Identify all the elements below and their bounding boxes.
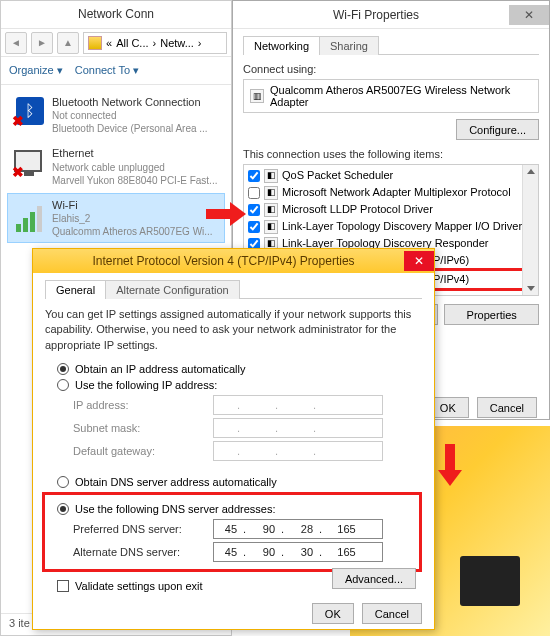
connections-list: ᛒ✖ Bluetooth Network Connection Not conn… [1,85,231,248]
item-lldp[interactable]: ◧Microsoft LLDP Protocol Driver [246,201,536,218]
radio-icon [57,363,69,375]
description-text: You can get IP settings assigned automat… [45,307,422,353]
connect-using-label: Connect using: [243,63,539,75]
cancel-button[interactable]: Cancel [477,397,537,418]
radio-icon [57,476,69,488]
up-button[interactable]: ▲ [57,32,79,54]
preferred-dns-label: Preferred DNS server: [73,523,213,535]
adapter-icon: ▥ [250,89,264,103]
gateway-field [213,441,383,461]
ip-address-label: IP address: [73,399,213,411]
ipv4-properties-window: Internet Protocol Version 4 (TCP/IPv4) P… [32,248,435,630]
scrollbar[interactable] [522,165,538,295]
conn-device: Qualcomm Atheros AR5007EG Wi... [52,225,213,238]
dns-highlight-box: Use the following DNS server addresses: … [42,492,422,572]
ethernet-icon: ✖ [14,146,46,178]
items-label: This connection uses the following items… [243,148,539,160]
item-label: Microsoft LLDP Protocol Driver [282,201,433,218]
radio-icon [57,503,69,515]
tab-networking[interactable]: Networking [243,36,320,55]
item-qos[interactable]: ◧QoS Packet Scheduler [246,167,536,184]
breadcrumb-chev2: › [198,37,202,49]
toolbar: Organize ▾ Connect To ▾ [1,57,231,85]
preferred-dns-field[interactable]: 459028165 [213,519,383,539]
protocol-icon: ◧ [264,220,278,234]
gateway-label: Default gateway: [73,445,213,457]
radio-label: Obtain DNS server address automatically [75,476,277,488]
checkbox[interactable] [248,187,260,199]
properties-button[interactable]: Properties [444,304,539,325]
breadcrumb-sep: « [106,37,112,49]
subnet-mask-field [213,418,383,438]
nav-bar: ◄ ► ▲ « All C... › Netw... › [1,29,231,57]
radio-obtain-ip-auto[interactable]: Obtain an IP address automatically [57,363,422,375]
address-bar[interactable]: « All C... › Netw... › [83,32,227,54]
forward-button[interactable]: ► [31,32,53,54]
conn-name: Bluetooth Network Connection [52,95,208,109]
tab-alternate[interactable]: Alternate Configuration [105,280,240,299]
alternate-dns-label: Alternate DNS server: [73,546,213,558]
titlebar: Internet Protocol Version 4 (TCP/IPv4) P… [33,249,434,273]
conn-status: Not connected [52,109,208,122]
protocol-icon: ◧ [264,169,278,183]
window-title: Network Conn [1,1,231,29]
item-label: QoS Packet Scheduler [282,167,393,184]
window-title: Internet Protocol Version 4 (TCP/IPv4) P… [43,254,404,268]
breadcrumb-chev: › [153,37,157,49]
adapter-field: ▥ Qualcomm Atheros AR5007EG Wireless Net… [243,79,539,113]
conn-device: Bluetooth Device (Personal Area ... [52,122,208,135]
cancel-button[interactable]: Cancel [362,603,422,624]
radio-label: Use the following DNS server addresses: [75,503,276,515]
close-button[interactable]: ✕ [404,251,434,271]
tab-strip: General Alternate Configuration [45,279,422,299]
item-multiplexor[interactable]: ◧Microsoft Network Adapter Multiplexor P… [246,184,536,201]
conn-name: Ethernet [52,146,217,160]
connect-to-menu[interactable]: Connect To ▾ [75,64,140,77]
conn-device: Marvell Yukon 88E8040 PCI-E Fast... [52,174,217,187]
checkbox[interactable] [248,221,260,233]
alternate-dns-field[interactable]: 459030165 [213,542,383,562]
protocol-icon: ◧ [264,203,278,217]
radio-label: Obtain an IP address automatically [75,363,245,375]
desktop-shadow [460,556,520,606]
item-label: Microsoft Network Adapter Multiplexor Pr… [282,184,511,201]
connection-wifi[interactable]: Wi-Fi Elahis_2 Qualcomm Atheros AR5007EG… [7,193,225,243]
connection-bluetooth[interactable]: ᛒ✖ Bluetooth Network Connection Not conn… [7,90,225,140]
conn-name: Wi-Fi [52,198,213,212]
item-lltd-mapper[interactable]: ◧Link-Layer Topology Discovery Mapper I/… [246,218,536,235]
radio-obtain-dns-auto[interactable]: Obtain DNS server address automatically [57,476,422,488]
ok-button[interactable]: OK [312,603,354,624]
bluetooth-icon: ᛒ✖ [14,95,46,127]
checkbox[interactable] [248,204,260,216]
validate-label: Validate settings upon exit [75,580,203,592]
annotation-arrow-down [438,444,462,488]
breadcrumb-netw[interactable]: Netw... [160,37,194,49]
checkbox-icon [57,580,69,592]
breadcrumb-all[interactable]: All C... [116,37,148,49]
adapter-name: Qualcomm Atheros AR5007EG Wireless Netwo… [270,84,532,108]
checkbox[interactable] [248,170,260,182]
annotation-arrow-right [206,202,246,224]
wifi-icon [14,198,46,230]
close-button[interactable]: ✕ [509,5,549,25]
conn-status: Elahis_2 [52,212,213,225]
radio-icon [57,379,69,391]
organize-menu[interactable]: Organize ▾ [9,64,63,77]
protocol-icon: ◧ [264,186,278,200]
ip-address-field [213,395,383,415]
conn-status: Network cable unplugged [52,161,217,174]
configure-button[interactable]: Configure... [456,119,539,140]
connection-ethernet[interactable]: ✖ Ethernet Network cable unplugged Marve… [7,141,225,191]
item-label: Link-Layer Topology Discovery Mapper I/O… [282,218,522,235]
radio-use-dns[interactable]: Use the following DNS server addresses: [57,503,415,515]
radio-use-ip[interactable]: Use the following IP address: [57,379,422,391]
tab-general[interactable]: General [45,280,106,299]
radio-label: Use the following IP address: [75,379,217,391]
window-title: Wi-Fi Properties [243,8,509,22]
tab-sharing[interactable]: Sharing [319,36,379,55]
back-button[interactable]: ◄ [5,32,27,54]
advanced-button[interactable]: Advanced... [332,568,416,589]
folder-icon [88,36,102,50]
titlebar: Wi-Fi Properties ✕ [233,1,549,29]
subnet-mask-label: Subnet mask: [73,422,213,434]
